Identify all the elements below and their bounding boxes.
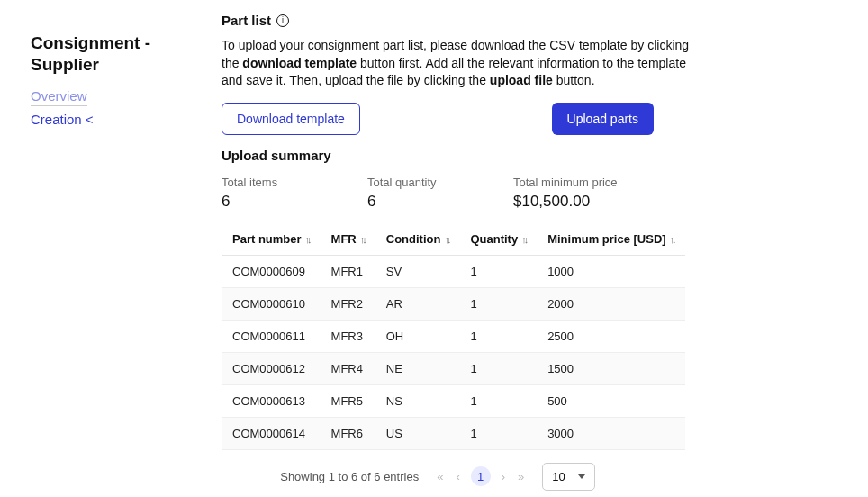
upload-parts-button[interactable]: Upload parts	[552, 103, 654, 135]
stat-value: 6	[222, 193, 367, 211]
pager-summary: Showing 1 to 6 of 6 entries	[280, 470, 419, 483]
table-row: COM0000611MFR3OH12500	[222, 320, 685, 352]
page-size-value: 10	[552, 470, 565, 483]
pager-prev-icon[interactable]: ‹	[454, 470, 461, 483]
cell-mfr: MFR5	[321, 384, 375, 417]
sort-icon: ↑↓	[305, 234, 310, 245]
cell-price: 1000	[537, 255, 684, 287]
cell-cond: NS	[375, 384, 460, 417]
cell-cond: NE	[375, 352, 460, 384]
stat-label: Total quantity	[367, 176, 513, 189]
cell-part: COM0000614	[222, 417, 321, 449]
cell-cond: OH	[375, 320, 460, 352]
cell-cond: SV	[375, 255, 460, 287]
cell-mfr: MFR4	[321, 352, 375, 384]
col-label: MFR	[331, 232, 357, 246]
upload-summary-heading: Upload summary	[222, 148, 841, 163]
sort-icon: ↑↓	[444, 234, 448, 245]
col-label: Condition	[386, 232, 441, 246]
pager-first-icon[interactable]: «	[435, 470, 445, 483]
col-condition[interactable]: Condition↑↓	[375, 223, 460, 256]
pager-last-icon[interactable]: »	[516, 470, 526, 483]
cell-mfr: MFR2	[321, 287, 375, 320]
cell-mfr: MFR1	[321, 255, 375, 287]
col-label: Minimum price [USD]	[547, 232, 665, 246]
sidebar: Consignment - Supplier Overview Creation…	[0, 0, 222, 497]
sidebar-item-creation[interactable]: Creation <	[31, 112, 94, 127]
sidebar-nav: Overview Creation <	[31, 88, 222, 128]
page-size-select[interactable]: 10	[542, 463, 594, 491]
cell-qty: 1	[459, 287, 537, 320]
cell-cond: US	[375, 417, 460, 449]
cell-part: COM0000611	[222, 320, 321, 352]
info-icon[interactable]: i	[276, 14, 289, 27]
cell-mfr: MFR6	[321, 417, 375, 449]
table-row: COM0000613MFR5NS1500	[222, 384, 685, 417]
parts-table: Part number↑↓ MFR↑↓ Condition↑↓ Quantity…	[222, 223, 685, 450]
stat-value: 6	[367, 193, 513, 211]
col-quantity[interactable]: Quantity↑↓	[459, 223, 537, 256]
cell-price: 3000	[537, 417, 684, 449]
desc-bold: download template	[242, 56, 357, 70]
partlist-header: Part list i	[222, 13, 841, 28]
cell-qty: 1	[459, 320, 537, 352]
desc-bold: upload file	[490, 73, 553, 87]
partlist-heading: Part list	[222, 13, 271, 28]
cell-price: 2000	[537, 287, 684, 320]
stat-value: $10,500.00	[513, 193, 659, 211]
cell-qty: 1	[459, 384, 537, 417]
main: Part list i To upload your consignment p…	[222, 0, 868, 497]
stat-total-qty: Total quantity 6	[367, 176, 513, 211]
sort-icon: ↑↓	[670, 234, 674, 245]
cell-qty: 1	[459, 417, 537, 449]
cell-qty: 1	[459, 352, 537, 384]
pager-next-icon[interactable]: ›	[500, 470, 507, 483]
sort-icon: ↑↓	[360, 234, 365, 245]
col-part[interactable]: Part number↑↓	[222, 223, 321, 256]
cell-qty: 1	[459, 255, 537, 287]
sidebar-item-overview[interactable]: Overview	[31, 88, 87, 106]
sidebar-title: Consignment - Supplier	[31, 32, 222, 76]
stat-label: Total items	[222, 176, 367, 189]
sort-icon: ↑↓	[521, 234, 526, 245]
partlist-description: To upload your consignment part list, pl…	[222, 37, 690, 90]
summary-stats: Total items 6 Total quantity 6 Total min…	[222, 176, 841, 211]
col-label: Part number	[232, 232, 302, 246]
table-row: COM0000609MFR1SV11000	[222, 255, 685, 287]
cell-part: COM0000612	[222, 352, 321, 384]
col-minprice[interactable]: Minimum price [USD]↑↓	[537, 223, 684, 256]
cell-price: 500	[537, 384, 684, 417]
table-row: COM0000610MFR2AR12000	[222, 287, 685, 320]
stat-label: Total minimum price	[513, 176, 659, 189]
cell-price: 1500	[537, 352, 684, 384]
table-row: COM0000612MFR4NE11500	[222, 352, 685, 384]
desc-text: button.	[553, 73, 595, 87]
pager-current[interactable]: 1	[471, 466, 491, 486]
cell-mfr: MFR3	[321, 320, 375, 352]
pagination: Showing 1 to 6 of 6 entries « ‹ 1 › » 10	[222, 450, 654, 497]
cell-cond: AR	[375, 287, 460, 320]
download-template-button[interactable]: Download template	[222, 103, 360, 135]
col-label: Quantity	[470, 232, 518, 246]
cell-part: COM0000609	[222, 255, 321, 287]
col-mfr[interactable]: MFR↑↓	[321, 223, 375, 256]
cell-part: COM0000613	[222, 384, 321, 417]
chevron-down-icon	[578, 474, 585, 479]
cell-part: COM0000610	[222, 287, 321, 320]
stat-total-min: Total minimum price $10,500.00	[513, 176, 659, 211]
stat-total-items: Total items 6	[222, 176, 367, 211]
cell-price: 2500	[537, 320, 684, 352]
table-row: COM0000614MFR6US13000	[222, 417, 685, 449]
